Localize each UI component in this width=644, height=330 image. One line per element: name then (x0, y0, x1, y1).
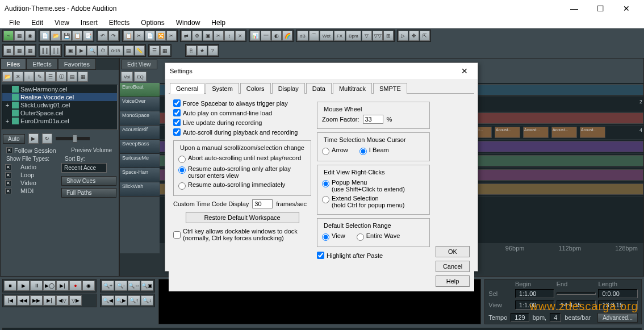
resume-immediate-radio[interactable]: Resume auto-scrolling immediately (178, 180, 306, 191)
tool-copy-icon[interactable]: 📋 (123, 31, 133, 41)
zoom-in-left-icon[interactable]: 🔍◀ (102, 295, 114, 306)
cursor-arrow-radio[interactable]: Arrow (322, 145, 348, 156)
lp-options2-icon[interactable]: ▤ (67, 72, 77, 82)
tool2-timecode-icon[interactable]: 0:15 (108, 45, 123, 56)
tool-adjust-icon[interactable]: ↕ (224, 31, 235, 41)
settings-tab-colors[interactable]: Colors (240, 83, 271, 94)
menu-help[interactable]: Help (206, 18, 231, 28)
stop-button[interactable]: ■ (4, 281, 16, 291)
tool2-spec1-icon[interactable]: ▦ (3, 45, 14, 56)
tool-spectral-icon[interactable]: 🌈 (282, 31, 292, 41)
track-header[interactable]: MonoSpace (120, 111, 160, 126)
tool-saveall-icon[interactable]: 📋 (72, 31, 82, 41)
lp-import-icon[interactable]: 📂 (2, 72, 12, 82)
track-header[interactable]: EuroBeat (120, 83, 160, 97)
tool2-controls-icon[interactable]: ▣ (65, 45, 76, 56)
zoom-out-h-icon[interactable]: 🔍- (115, 281, 127, 291)
sel-begin-value[interactable]: 1:1.00 (515, 289, 554, 298)
tool-crossfade-icon[interactable]: ⤫ (235, 31, 245, 41)
beats-value[interactable]: 4 (550, 313, 561, 322)
track-eq-button[interactable]: EQ (134, 72, 147, 82)
audio-clip[interactable]: Acoust... (523, 127, 549, 138)
show-cues-button[interactable]: Show Cues (61, 176, 116, 186)
type-loop-checkbox[interactable]: ✕Loop (3, 171, 58, 179)
lp-info2-icon[interactable]: ⓘ (56, 72, 66, 82)
full-paths-button[interactable]: Full Paths (61, 188, 116, 198)
tool-convert-icon[interactable]: ⇄ (181, 31, 191, 41)
type-audio-checkbox[interactable]: ✕Audio (3, 163, 58, 171)
close-button[interactable]: ✕ (613, 0, 639, 17)
level-meter[interactable]: dB-69-66-63-60-57-54-51-48-45-42-39-36-3… (2, 328, 642, 330)
menu-file[interactable]: File (3, 18, 26, 28)
track-header[interactable]: VoiceOver (120, 97, 160, 111)
minimize-button[interactable]: — (561, 0, 587, 17)
tool2-favorites-icon[interactable]: ★ (197, 45, 207, 56)
timecode-input[interactable] (252, 199, 273, 208)
go-end-button[interactable]: ▶| (43, 295, 56, 306)
live-update-checkbox[interactable]: Live update during recording (173, 118, 311, 127)
lp-edit-icon[interactable]: ✎ (35, 72, 45, 82)
tool-marker-icon[interactable]: ▽ (362, 31, 372, 41)
tool2-help-icon[interactable]: ? (208, 45, 218, 56)
force-spacebar-checkbox[interactable]: Force Spacebar to always trigger play (173, 98, 311, 108)
menu-edit[interactable]: Edit (26, 18, 49, 28)
lp-close-icon[interactable]: ✕ (13, 72, 23, 82)
autoscroll-checkbox[interactable]: Auto-scroll during playback and recordin… (173, 127, 311, 137)
tool-rangemark-icon[interactable]: ▽▽ (373, 31, 383, 41)
highlight-paste-checkbox[interactable]: Highlight after Paste (317, 250, 430, 260)
tool-multitrack-icon[interactable]: ▦ (14, 31, 24, 41)
track-header[interactable]: SlickWah (120, 182, 160, 197)
restore-workspace-button[interactable]: Restore Default Workspace (186, 212, 299, 223)
cancel-button[interactable]: Cancel (436, 261, 470, 272)
sel-end-value[interactable] (557, 293, 596, 295)
tool-selector-icon[interactable]: ▷ (398, 31, 408, 41)
zoom-in-right-icon[interactable]: 🔍▶ (115, 295, 127, 306)
forward-button[interactable]: ▶▶ (30, 295, 43, 306)
sort-dropdown[interactable]: Recent Acce (61, 163, 107, 173)
help-button[interactable]: Help (436, 275, 470, 287)
resume-after-view-radio[interactable]: Resume auto-scrolling only after play cu… (178, 164, 306, 180)
tool-trim-icon[interactable]: ✂ (166, 31, 177, 41)
tab-favorites[interactable]: Favorites (58, 59, 96, 70)
tab-files[interactable]: Files (1, 59, 26, 70)
zoom-full-icon[interactable]: 🔍↔ (128, 281, 140, 291)
tool-phase-icon[interactable]: ◐ (271, 31, 282, 41)
tool-wet-icon[interactable]: Wet (320, 31, 333, 41)
abort-scroll-radio[interactable]: Abort auto-scrolling until next play/rec… (178, 153, 306, 164)
range-view-radio[interactable]: View (322, 231, 345, 242)
tool2-play-icon[interactable]: ▶ (76, 45, 86, 56)
tool-props-icon[interactable]: 📊 (250, 31, 260, 41)
follow-session-checkbox[interactable]: ✕Follow Session (4, 146, 58, 154)
track-header[interactable]: SuitcaseMe (120, 154, 160, 168)
tool2-time-icon[interactable]: ⏱ (98, 45, 108, 56)
audio-clip[interactable]: Acoust... (551, 127, 577, 138)
cd-button[interactable]: ◉ (82, 281, 95, 291)
tool2-placekeeper-icon[interactable]: ☰ (149, 45, 160, 56)
tool-snap-icon[interactable]: ⊞ (383, 31, 394, 41)
tool2-scripts-icon[interactable]: ⎘ (186, 45, 196, 56)
ctrl-dock-checkbox[interactable]: Ctrl key allows dockable windows to dock… (173, 227, 311, 243)
tool-db-icon[interactable]: dB (297, 31, 308, 41)
maximize-button[interactable]: ☐ (587, 0, 613, 17)
dialog-close-button[interactable]: ✕ (456, 66, 473, 76)
zoom-sel-icon[interactable]: 🔍▣ (141, 281, 153, 291)
tool2-vu-icon[interactable]: ║║ (40, 45, 50, 56)
tool-freq-icon[interactable]: 〰 (261, 31, 271, 41)
view-begin-value[interactable]: 1:1.00 (515, 300, 554, 310)
extend-selection-radio[interactable]: Extend Selection(hold Ctrl for popup men… (322, 194, 425, 210)
track-header[interactable]: AcousticRif (120, 126, 160, 140)
tool-bpm-icon[interactable]: Bpm (346, 31, 361, 41)
lp-insert-icon[interactable]: ↓ (24, 72, 34, 82)
tool2-zoom-icon[interactable]: 🔍 (87, 45, 97, 56)
settings-tab-system[interactable]: System (206, 83, 239, 94)
preview-volume-slider[interactable] (56, 137, 90, 140)
lp-advanced-icon[interactable]: ▦ (78, 72, 88, 82)
play-preview-icon[interactable]: ▶ (28, 133, 39, 144)
tool-undo-icon[interactable]: ↶ (98, 31, 108, 41)
tool2-spec2-icon[interactable]: ▦ (14, 45, 24, 56)
file-list[interactable]: SawHarmony.cel Realise-Vocode.cel +Slick… (2, 85, 118, 130)
ok-button[interactable]: OK (436, 246, 470, 257)
tool-cd-icon[interactable]: ◉ (25, 31, 35, 41)
menu-window[interactable]: Window (170, 18, 206, 28)
tool2-organizer-icon[interactable]: ▦ (160, 45, 170, 56)
